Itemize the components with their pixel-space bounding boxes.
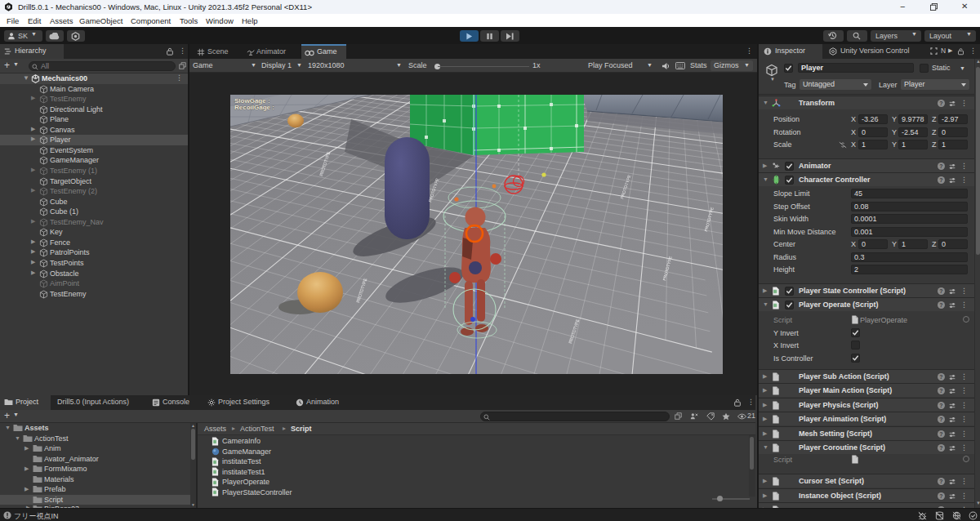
svg-text:RecoilGage :: RecoilGage : [234, 104, 274, 111]
